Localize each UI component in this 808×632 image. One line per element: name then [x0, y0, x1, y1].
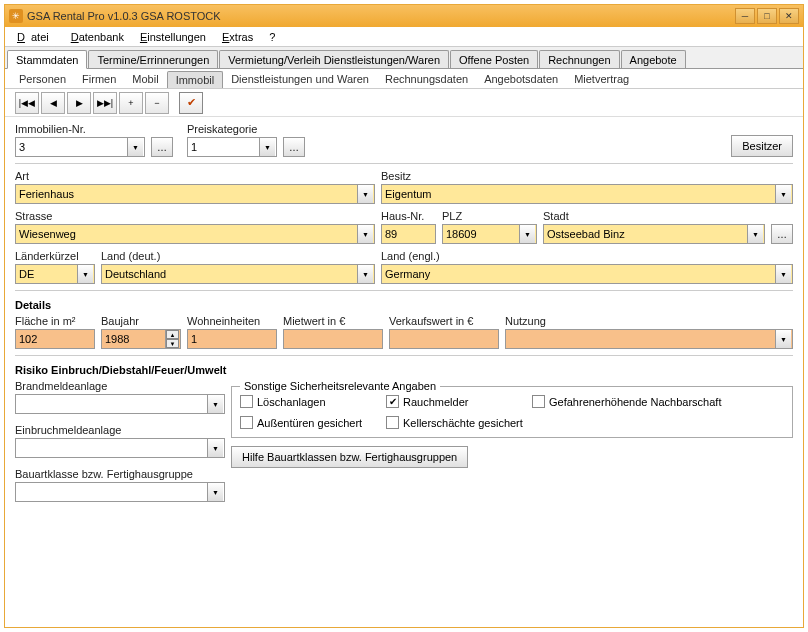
baujahr-spinner[interactable]: 1988▲▼	[101, 329, 181, 349]
chevron-down-icon: ▼	[77, 265, 93, 283]
wohneinheiten-label: Wohneinheiten	[187, 315, 277, 327]
tab-firmen[interactable]: Firmen	[74, 71, 124, 88]
land-deut-combo[interactable]: Deutschland▼	[101, 264, 375, 284]
bauartklasse-combo[interactable]: ▼	[15, 482, 225, 502]
hausnr-input[interactable]: 89	[381, 224, 436, 244]
land-engl-label: Land (engl.)	[381, 250, 793, 262]
menu-einstellungen[interactable]: Einstellungen	[134, 29, 212, 45]
tab-angebote[interactable]: Angebote	[621, 50, 686, 68]
tab-stammdaten[interactable]: Stammdaten	[7, 50, 87, 69]
check-icon: ✔	[187, 96, 196, 109]
next-record-button[interactable]: ▶	[67, 92, 91, 114]
chevron-down-icon: ▼	[519, 225, 535, 243]
close-button[interactable]: ✕	[779, 8, 799, 24]
hilfe-bauartklassen-button[interactable]: Hilfe Bauartklassen bzw. Fertighausgrupp…	[231, 446, 468, 468]
tab-immobil[interactable]: Immobil	[167, 71, 224, 88]
risiko-header: Risiko Einbruch/Diebstahl/Feuer/Umwelt	[15, 364, 793, 376]
menu-extras[interactable]: Extras	[216, 29, 259, 45]
tab-mietvertrag[interactable]: Mietvertrag	[566, 71, 637, 88]
sub-tabs: Personen Firmen Mobil Immobil Dienstleis…	[5, 69, 803, 89]
preiskategorie-label: Preiskategorie	[187, 123, 277, 135]
mietwert-input[interactable]	[283, 329, 383, 349]
tab-termine[interactable]: Termine/Errinnerungen	[88, 50, 218, 68]
einbruchmeldeanlage-label: Einbruchmeldeanlage	[15, 424, 225, 436]
hausnr-label: Haus-Nr.	[381, 210, 436, 222]
add-record-button[interactable]: +	[119, 92, 143, 114]
einbruchmeldeanlage-combo[interactable]: ▼	[15, 438, 225, 458]
land-engl-combo[interactable]: Germany▼	[381, 264, 793, 284]
plz-label: PLZ	[442, 210, 537, 222]
plz-combo[interactable]: 18609▼	[442, 224, 537, 244]
menu-help[interactable]: ?	[263, 29, 281, 45]
chevron-down-icon: ▼	[775, 185, 791, 203]
remove-record-button[interactable]: −	[145, 92, 169, 114]
form-content: Immobilien-Nr. 3▼ … Preiskategorie 1▼ … …	[5, 117, 803, 627]
art-label: Art	[15, 170, 375, 182]
window-controls: ─ □ ✕	[735, 8, 799, 24]
spinner-icon: ▲▼	[165, 330, 179, 348]
stadt-combo[interactable]: Ostseebad Binz▼	[543, 224, 765, 244]
minimize-button[interactable]: ─	[735, 8, 755, 24]
details-header: Details	[15, 299, 793, 311]
brandmeldeanlage-combo[interactable]: ▼	[15, 394, 225, 414]
strasse-combo[interactable]: Wiesenweg▼	[15, 224, 375, 244]
last-record-button[interactable]: ▶▶|	[93, 92, 117, 114]
immobilien-nr-combo[interactable]: 3▼	[15, 137, 145, 157]
chevron-down-icon: ▼	[357, 225, 373, 243]
menu-datenbank[interactable]: Datenbank	[65, 29, 130, 45]
prev-record-button[interactable]: ◀	[41, 92, 65, 114]
besitzer-button[interactable]: Besitzer	[731, 135, 793, 157]
preiskategorie-combo[interactable]: 1▼	[187, 137, 277, 157]
verkaufswert-label: Verkaufswert in €	[389, 315, 499, 327]
verkaufswert-input[interactable]	[389, 329, 499, 349]
app-icon: ✳	[9, 9, 23, 23]
tab-offene-posten[interactable]: Offene Posten	[450, 50, 538, 68]
aussentueren-checkbox[interactable]: Außentüren gesichert	[240, 416, 380, 429]
menu-datei[interactable]: Datei	[11, 29, 61, 45]
loeschanlagen-checkbox[interactable]: Löschanlagen	[240, 395, 380, 408]
laenderkuerzel-label: Länderkürzel	[15, 250, 95, 262]
tab-angebotsdaten[interactable]: Angebotsdaten	[476, 71, 566, 88]
stadt-browse-button[interactable]: …	[771, 224, 793, 244]
chevron-down-icon: ▼	[259, 138, 275, 156]
tab-rechnungsdaten[interactable]: Rechnungsdaten	[377, 71, 476, 88]
tab-mobil[interactable]: Mobil	[124, 71, 166, 88]
chevron-down-icon: ▼	[207, 483, 223, 501]
tab-rechnungen[interactable]: Rechnungen	[539, 50, 619, 68]
rauchmelder-checkbox[interactable]: ✔Rauchmelder	[386, 395, 526, 408]
menubar: Datei Datenbank Einstellungen Extras ?	[5, 27, 803, 47]
chevron-down-icon: ▼	[775, 330, 791, 348]
besitz-combo[interactable]: Eigentum▼	[381, 184, 793, 204]
immobilien-nr-label: Immobilien-Nr.	[15, 123, 145, 135]
mietwert-label: Mietwert in €	[283, 315, 383, 327]
sicherheit-groupbox: Sonstige Sicherheitsrelevante Angaben Lö…	[231, 386, 793, 438]
app-window: ✳ GSA Rental Pro v1.0.3 GSA ROSTOCK ─ □ …	[4, 4, 804, 628]
tab-dienstleistungen[interactable]: Dienstleistungen und Waren	[223, 71, 377, 88]
main-tabs: Stammdaten Termine/Errinnerungen Vermiet…	[5, 47, 803, 69]
record-toolbar: |◀◀ ◀ ▶ ▶▶| + − ✔	[5, 89, 803, 117]
chevron-down-icon: ▼	[775, 265, 791, 283]
chevron-down-icon: ▼	[357, 265, 373, 283]
tab-personen[interactable]: Personen	[11, 71, 74, 88]
confirm-button[interactable]: ✔	[179, 92, 203, 114]
bauartklasse-label: Bauartklasse bzw. Fertighausgruppe	[15, 468, 225, 480]
chevron-down-icon: ▼	[207, 395, 223, 413]
immobilien-browse-button[interactable]: …	[151, 137, 173, 157]
strasse-label: Strasse	[15, 210, 375, 222]
art-combo[interactable]: Ferienhaus▼	[15, 184, 375, 204]
kellerschaechte-checkbox[interactable]: Kellerschächte gesichert	[386, 416, 523, 429]
flaeche-input[interactable]: 102	[15, 329, 95, 349]
first-record-button[interactable]: |◀◀	[15, 92, 39, 114]
preiskategorie-browse-button[interactable]: …	[283, 137, 305, 157]
land-deut-label: Land (deut.)	[101, 250, 375, 262]
wohneinheiten-input[interactable]: 1	[187, 329, 277, 349]
chevron-down-icon: ▼	[127, 138, 143, 156]
chevron-down-icon: ▼	[207, 439, 223, 457]
stadt-label: Stadt	[543, 210, 765, 222]
nutzung-combo[interactable]: ▼	[505, 329, 793, 349]
gefahren-checkbox[interactable]: Gefahrenerhöhende Nachbarschaft	[532, 395, 721, 408]
flaeche-label: Fläche in m²	[15, 315, 95, 327]
maximize-button[interactable]: □	[757, 8, 777, 24]
laenderkuerzel-combo[interactable]: DE▼	[15, 264, 95, 284]
tab-vermietung[interactable]: Vermietung/Verleih Dienstleistungen/Ware…	[219, 50, 449, 68]
